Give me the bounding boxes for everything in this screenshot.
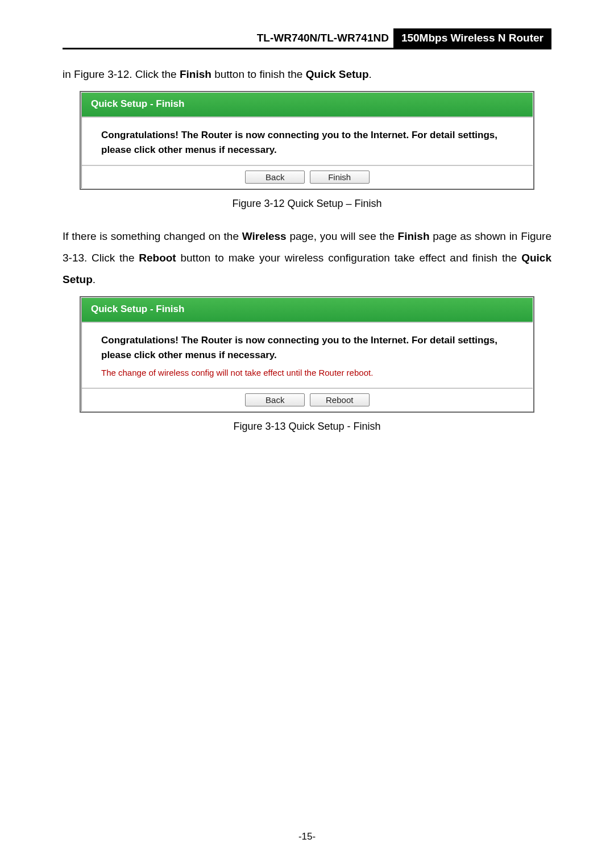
text: button to finish the — [211, 68, 306, 80]
panel-message: Congratulations! The Router is now conne… — [101, 333, 513, 362]
quick-setup-finish-panel-2: Quick Setup - Finish Congratulations! Th… — [80, 296, 534, 413]
panel-title: Quick Setup - Finish — [82, 93, 533, 118]
back-button[interactable]: Back — [245, 393, 305, 406]
text: button to make your wireless configurati… — [176, 252, 521, 264]
text: page, you will see the — [287, 230, 398, 242]
panel-actions: Back Reboot — [82, 388, 533, 411]
text: If there is something changed on the — [63, 230, 242, 242]
finish-button[interactable]: Finish — [310, 171, 370, 184]
intro-line: in Figure 3-12. Click the Finish button … — [63, 64, 551, 85]
panel-body: Congratulations! The Router is now conne… — [82, 118, 533, 165]
text-bold: Finish — [180, 68, 211, 80]
panel-warning: The change of wireless config will not t… — [101, 367, 513, 380]
panel-message: Congratulations! The Router is now conne… — [101, 128, 513, 157]
text-bold: Finish — [398, 230, 430, 242]
text: in Figure 3-12. Click the — [63, 68, 180, 80]
text: . — [93, 273, 96, 285]
document-header: TL-WR740N/TL-WR741ND 150Mbps Wireless N … — [63, 28, 551, 49]
figure-caption-2: Figure 3-13 Quick Setup - Finish — [63, 421, 551, 433]
header-model: TL-WR740N/TL-WR741ND — [63, 28, 393, 48]
reboot-button[interactable]: Reboot — [310, 393, 370, 406]
back-button[interactable]: Back — [245, 171, 305, 184]
paragraph-2: If there is something changed on the Wir… — [63, 226, 551, 290]
panel-actions: Back Finish — [82, 165, 533, 188]
panel-title: Quick Setup - Finish — [82, 298, 533, 323]
text: . — [369, 68, 372, 80]
header-product: 150Mbps Wireless N Router — [393, 28, 551, 48]
text-bold: Congratulations! — [101, 335, 179, 346]
page-number: -15- — [0, 831, 614, 842]
panel-body: Congratulations! The Router is now conne… — [82, 323, 533, 388]
figure-caption-1: Figure 3-12 Quick Setup – Finish — [63, 198, 551, 210]
text-bold: Reboot — [139, 252, 176, 264]
text-bold: Wireless — [242, 230, 287, 242]
text-bold: Congratulations! — [101, 130, 179, 140]
text-bold: Quick Setup — [306, 68, 369, 80]
quick-setup-finish-panel-1: Quick Setup - Finish Congratulations! Th… — [80, 91, 534, 190]
